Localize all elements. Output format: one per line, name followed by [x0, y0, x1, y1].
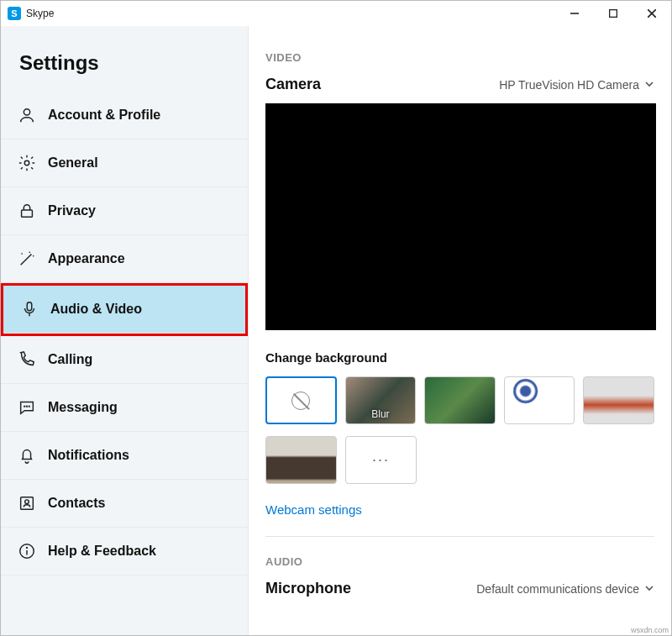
watermark: wsxdn.com	[631, 626, 669, 634]
video-section-header: VIDEO	[265, 51, 654, 64]
sidebar-item-label: Messaging	[48, 400, 118, 415]
change-background-label: Change background	[265, 350, 654, 365]
sidebar-item-privacy[interactable]: Privacy	[1, 187, 248, 235]
sidebar-item-appearance[interactable]: Appearance	[1, 235, 248, 283]
bg-option-more[interactable]: ···	[345, 436, 417, 484]
sidebar-item-audio-video[interactable]: Audio & Video	[3, 286, 245, 334]
bg-option-image-1[interactable]	[424, 376, 496, 424]
svg-point-4	[24, 109, 29, 115]
sidebar-item-notifications[interactable]: Notifications	[1, 432, 248, 480]
skype-icon: S	[8, 7, 21, 20]
maximize-button[interactable]	[594, 1, 633, 26]
svg-point-5	[24, 160, 29, 166]
main-panel: VIDEO Camera HP TrueVision HD Camera Cha…	[249, 26, 671, 635]
sidebar-item-label: Privacy	[48, 203, 96, 218]
close-button[interactable]	[633, 1, 671, 26]
chevron-down-icon	[644, 78, 654, 92]
settings-title: Settings	[1, 26, 248, 92]
svg-point-8	[24, 406, 25, 407]
microphone-value: Default communications device	[476, 582, 639, 596]
contacts-icon	[18, 494, 36, 512]
camera-label: Camera	[265, 76, 321, 93]
bg-option-image-3[interactable]	[583, 376, 654, 424]
sidebar-item-label: Notifications	[48, 448, 129, 463]
sidebar-item-label: Help & Feedback	[48, 544, 156, 559]
divider	[265, 536, 654, 537]
chevron-down-icon	[644, 582, 654, 596]
gear-icon	[18, 154, 36, 172]
lock-icon	[18, 202, 36, 220]
wand-icon	[18, 250, 36, 268]
info-icon	[18, 542, 36, 560]
microphone-icon	[20, 300, 39, 318]
sidebar-item-contacts[interactable]: Contacts	[1, 480, 248, 528]
bg-option-none[interactable]	[265, 376, 337, 424]
titlebar: S Skype	[1, 1, 671, 26]
microphone-dropdown[interactable]: Default communications device	[476, 582, 654, 596]
svg-point-10	[29, 406, 29, 407]
minimize-button[interactable]	[555, 1, 594, 26]
blur-label: Blur	[346, 408, 416, 420]
none-icon	[291, 392, 310, 410]
chat-icon	[18, 398, 36, 417]
settings-sidebar: Settings Account & Profile General Priva…	[1, 26, 249, 635]
bg-option-blur[interactable]: Blur	[345, 376, 417, 424]
svg-rect-7	[27, 302, 32, 311]
sidebar-item-label: Contacts	[48, 496, 105, 511]
sidebar-item-label: General	[48, 155, 98, 171]
webcam-settings-link[interactable]: Webcam settings	[265, 502, 362, 517]
audio-section-header: AUDIO	[265, 555, 654, 568]
sidebar-item-account-profile[interactable]: Account & Profile	[1, 92, 248, 139]
bg-option-image-2[interactable]	[504, 376, 575, 424]
svg-point-9	[27, 406, 28, 407]
camera-value: HP TrueVision HD Camera	[499, 78, 639, 92]
sidebar-item-label: Appearance	[48, 251, 125, 266]
sidebar-item-label: Calling	[48, 352, 92, 367]
svg-point-15	[27, 547, 28, 548]
sidebar-item-messaging[interactable]: Messaging	[1, 384, 248, 432]
sidebar-item-help-feedback[interactable]: Help & Feedback	[1, 528, 248, 576]
bell-icon	[18, 446, 36, 465]
sidebar-item-general[interactable]: General	[1, 139, 248, 187]
app-title: Skype	[26, 8, 54, 19]
phone-icon	[18, 350, 36, 369]
svg-point-12	[25, 500, 29, 504]
sidebar-item-calling[interactable]: Calling	[1, 336, 248, 384]
more-label: ···	[372, 451, 390, 469]
person-icon	[18, 106, 36, 124]
svg-rect-1	[610, 10, 617, 18]
microphone-label: Microphone	[265, 580, 351, 597]
sidebar-item-label: Audio & Video	[50, 302, 142, 317]
camera-preview	[265, 103, 656, 330]
sidebar-item-label: Account & Profile	[48, 108, 160, 123]
bg-option-image-4[interactable]	[265, 436, 337, 484]
camera-dropdown[interactable]: HP TrueVision HD Camera	[499, 78, 654, 92]
svg-rect-6	[22, 210, 33, 217]
